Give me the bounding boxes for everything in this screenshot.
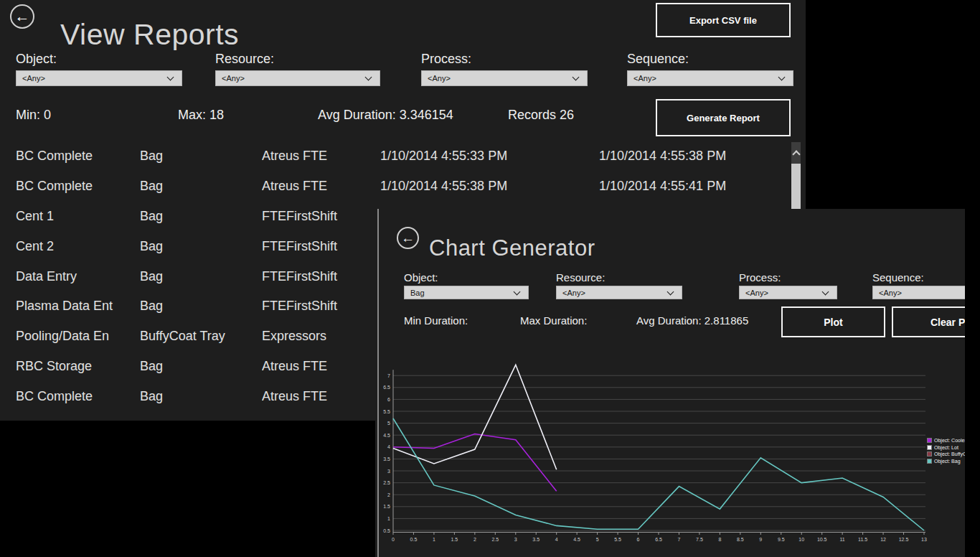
cell-object: Bag <box>140 239 262 254</box>
dropdown-value: <Any> <box>745 289 823 297</box>
back-arrow-icon: ← <box>401 230 415 246</box>
back-button[interactable]: ← <box>397 227 419 249</box>
filter-resource: Resource:<Any> <box>215 52 380 67</box>
cell-process: RBC Storage <box>16 359 140 374</box>
filter-sequence: Sequence:<Any> <box>872 271 965 284</box>
avg-duration-stat: Avg Duration: 3.346154 <box>318 108 453 123</box>
axes <box>393 370 925 533</box>
svg-text:11: 11 <box>840 537 845 542</box>
table-row[interactable]: BC CompleteBagAtreus FTE1/10/2014 4:55:3… <box>0 141 789 172</box>
filter-process: Process:<Any> <box>421 52 588 67</box>
svg-text:9.5: 9.5 <box>778 537 785 542</box>
svg-text:3.5: 3.5 <box>383 457 390 462</box>
process-dropdown[interactable]: <Any> <box>421 70 588 86</box>
chevron-down-icon <box>365 74 372 81</box>
cell-object: Bag <box>140 149 262 164</box>
svg-text:6: 6 <box>387 397 390 402</box>
svg-text:6.5: 6.5 <box>655 537 662 542</box>
svg-text:4.5: 4.5 <box>383 433 390 438</box>
dropdown-value: <Any> <box>633 74 779 83</box>
dropdown-value: <Any> <box>428 74 573 83</box>
dropdown-value: <Any> <box>879 289 965 297</box>
svg-text:2: 2 <box>473 537 476 542</box>
cell-resource: Atreus FTE <box>262 389 380 404</box>
sequence-dropdown[interactable]: <Any> <box>872 286 965 299</box>
cell-object: Bag <box>140 179 262 194</box>
cell-object: BuffyCoat Tray <box>140 329 262 344</box>
chevron-up-icon <box>792 150 800 158</box>
chevron-down-icon <box>167 74 174 81</box>
back-button[interactable]: ← <box>10 4 34 29</box>
page-title: View Reports <box>60 18 239 52</box>
cell-process: Cent 2 <box>16 239 140 254</box>
legend-label: Object: Bag <box>934 459 961 464</box>
svg-text:5: 5 <box>596 537 599 542</box>
cell-resource: FTEFirstShift <box>262 239 380 254</box>
records-count: Records 26 <box>508 108 574 123</box>
filter-label: Process: <box>739 271 837 284</box>
duration-line-chart: 0.511.522.533.544.555.566.5700.511.522.5… <box>375 352 965 553</box>
desktop: ← View Reports Export CSV file Object:<A… <box>0 0 980 557</box>
object-dropdown[interactable]: Bag <box>404 286 529 299</box>
svg-text:6.5: 6.5 <box>383 385 390 390</box>
svg-text:5: 5 <box>387 421 390 426</box>
filter-sequence: Sequence:<Any> <box>627 52 793 67</box>
series-line-object-lot <box>393 365 557 469</box>
filter-process: Process:<Any> <box>739 271 837 284</box>
svg-text:2: 2 <box>387 492 390 497</box>
sequence-dropdown[interactable]: <Any> <box>627 70 793 86</box>
export-csv-button[interactable]: Export CSV file <box>656 3 791 37</box>
scrollbar-up-button[interactable] <box>791 142 801 164</box>
series-lines <box>393 365 924 530</box>
legend-label: Object: BuffyCoat <box>934 451 965 457</box>
svg-text:1.5: 1.5 <box>383 504 390 509</box>
cell-start-time: 1/10/2014 4:55:38 PM <box>380 179 599 194</box>
svg-text:2.5: 2.5 <box>383 480 390 485</box>
filter-object: Object:<Any> <box>16 52 182 67</box>
cell-end-time: 1/10/2014 4:55:38 PM <box>599 149 789 164</box>
process-dropdown[interactable]: <Any> <box>739 286 837 299</box>
dropdown-value: Bag <box>410 289 514 297</box>
filter-label: Sequence: <box>627 52 793 67</box>
svg-text:4: 4 <box>387 444 390 449</box>
cell-resource: Atreus FTE <box>262 149 380 164</box>
filter-object: Object:Bag <box>404 271 529 284</box>
cell-resource: Atreus FTE <box>262 179 380 194</box>
filter-label: Object: <box>16 52 182 67</box>
legend-swatch <box>927 445 932 450</box>
object-dropdown[interactable]: <Any> <box>16 70 182 86</box>
svg-text:4: 4 <box>555 537 558 542</box>
cell-process: BC Complete <box>16 149 140 164</box>
max-duration-label: Max Duration: <box>520 314 587 327</box>
resource-dropdown[interactable]: <Any> <box>556 286 682 299</box>
svg-text:11.5: 11.5 <box>858 537 867 542</box>
cell-process: BC Complete <box>16 179 140 194</box>
svg-text:5.5: 5.5 <box>614 537 621 542</box>
table-row[interactable]: BC CompleteBagAtreus FTE1/10/2014 4:55:3… <box>0 172 789 202</box>
cell-object: Bag <box>140 389 262 404</box>
filter-label: Resource: <box>556 271 682 284</box>
legend-item: Object: Cooler <box>927 437 965 444</box>
clear-plot-button[interactable]: Clear Plot <box>892 306 965 337</box>
cell-object: Bag <box>140 359 262 374</box>
svg-text:3: 3 <box>514 537 517 542</box>
cell-resource: FTEFirstShift <box>262 269 380 284</box>
generate-report-button[interactable]: Generate Report <box>656 99 791 136</box>
back-arrow-icon: ← <box>15 8 30 25</box>
svg-text:0: 0 <box>392 537 395 542</box>
svg-text:12.5: 12.5 <box>899 537 909 542</box>
plot-button[interactable]: Plot <box>781 306 885 337</box>
legend-item: Object: Lot <box>927 444 965 451</box>
resource-dropdown[interactable]: <Any> <box>215 70 380 86</box>
svg-text:1: 1 <box>433 537 435 542</box>
chevron-down-icon <box>778 74 786 81</box>
svg-text:10: 10 <box>798 537 804 542</box>
cell-process: Cent 1 <box>16 209 140 224</box>
cell-process: Pooling/Data En <box>16 329 140 344</box>
page-title: Chart Generator <box>429 235 595 261</box>
min-duration-label: Min Duration: <box>404 314 468 327</box>
legend-swatch <box>927 438 932 443</box>
cell-resource: FTEFirstShift <box>262 299 380 314</box>
filter-label: Resource: <box>215 52 380 67</box>
filter-label: Sequence: <box>872 271 965 284</box>
